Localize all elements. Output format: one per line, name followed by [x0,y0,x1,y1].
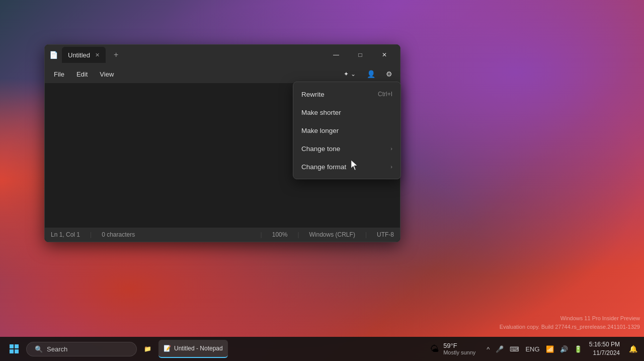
file-explorer-icon: 📁 [144,345,151,352]
windows-watermark: Windows 11 Pro Insider Preview Evaluatio… [496,312,644,334]
notepad-app-icon: 📄 [49,50,58,59]
ai-dropdown-menu: Rewrite Ctrl+I Make shorter Make longer … [293,82,401,179]
settings-gear-icon: ⚙ [386,70,392,78]
close-button[interactable]: ✕ [373,47,396,63]
change-format-label: Change format [301,163,346,171]
zoom-level[interactable]: 100% [272,231,288,238]
maximize-button[interactable]: □ [349,47,372,63]
menu-items: File Edit View [49,68,119,80]
rewrite-label: Rewrite [301,91,325,98]
menu-right: ✦ ⌄ 👤 ⚙ [340,67,396,81]
weather-description: Mostly sunny [443,349,475,356]
weather-widget[interactable]: 🌤 59°F Mostly sunny [426,340,479,358]
person-icon-button[interactable]: 👤 [364,67,378,81]
dropdown-item-change-tone[interactable]: Change tone › [293,139,400,158]
tab-untitled[interactable]: Untitled ✕ [62,47,106,63]
file-menu[interactable]: File [49,68,69,80]
settings-button[interactable]: ⚙ [382,67,396,81]
rewrite-shortcut: Ctrl+I [378,91,392,98]
status-bar: Ln 1, Col 1 | 0 characters | 100% | Wind… [45,228,400,242]
notification-button[interactable]: 🔔 [626,342,640,356]
notepad-taskbar-label: Untitled - Notepad [174,345,223,352]
taskbar-right: 🌤 59°F Mostly sunny ^ 🎤 ⌨ ENG 📶 🔊 🔋 5:16… [426,340,640,358]
svg-rect-2 [10,349,14,353]
watermark-line2: Evaluation copy. Build 27744.rs_prerelea… [500,323,640,332]
notepad-taskbar-icon: 📝 [164,345,171,352]
search-box[interactable]: 🔍 Search [26,342,137,356]
language-indicator[interactable]: ENG [524,344,540,354]
dropdown-item-make-shorter[interactable]: Make shorter [293,103,400,121]
taskbar-app-notepad[interactable]: 📝 Untitled - Notepad [158,340,228,358]
line-ending[interactable]: Windows (CRLF) [309,231,355,238]
weather-temperature: 59°F [443,342,475,350]
taskbar: 🔍 Search 📁 📝 Untitled - Notepad 🌤 59°F M… [0,337,644,361]
system-tray: ^ 🎤 ⌨ ENG 📶 🔊 🔋 [486,344,583,354]
svg-rect-0 [10,344,14,348]
notification-icon: 🔔 [629,345,637,353]
cursor-position: Ln 1, Col 1 [51,231,80,238]
datetime[interactable]: 5:16:50 PM 11/7/2024 [589,340,620,357]
chevron-up-icon[interactable]: ^ [486,344,491,354]
change-format-chevron-icon: › [390,164,392,170]
weather-icon: 🌤 [430,344,439,354]
start-button[interactable] [4,339,24,359]
keyboard-icon[interactable]: ⌨ [509,344,520,354]
change-tone-chevron-icon: › [390,146,392,152]
dropdown-item-make-longer[interactable]: Make longer [293,121,400,139]
battery-icon[interactable]: 🔋 [573,344,583,354]
weather-text: 59°F Mostly sunny [443,342,475,356]
current-time: 5:16:50 PM [589,340,620,349]
char-count: 0 characters [102,231,135,238]
window-controls: — □ ✕ [325,47,396,63]
title-bar-left: 📄 Untitled ✕ + [49,47,325,63]
encoding[interactable]: UTF-8 [377,231,394,238]
watermark-line1: Windows 11 Pro Insider Preview [500,314,640,323]
tab-close-button[interactable]: ✕ [95,52,100,58]
dropdown-item-rewrite[interactable]: Rewrite Ctrl+I [293,85,400,103]
volume-icon[interactable]: 🔊 [559,344,569,354]
ai-rewrite-button[interactable]: ✦ ⌄ [340,68,360,80]
wifi-icon[interactable]: 📶 [545,344,555,354]
ai-icon: ✦ [344,70,349,78]
view-menu[interactable]: View [95,68,119,80]
taskbar-app-file-explorer[interactable]: 📁 [139,340,156,358]
ai-chevron: ⌄ [351,70,356,78]
search-icon: 🔍 [35,345,43,353]
add-tab-button[interactable]: + [110,48,122,61]
search-placeholder: Search [47,345,67,353]
svg-rect-3 [15,349,19,353]
make-longer-label: Make longer [301,127,339,134]
change-tone-label: Change tone [301,145,340,153]
tab-label: Untitled [68,51,90,59]
menu-bar: File Edit View ✦ ⌄ 👤 ⚙ [45,65,400,83]
edit-menu[interactable]: Edit [71,68,93,80]
title-bar: 📄 Untitled ✕ + — □ ✕ [45,45,400,65]
current-date: 11/7/2024 [593,349,620,357]
minimize-button[interactable]: — [325,47,348,63]
svg-rect-1 [15,344,19,348]
make-shorter-label: Make shorter [301,109,341,116]
person-icon: 👤 [367,70,375,78]
dropdown-item-change-format[interactable]: Change format › [293,158,400,176]
microphone-icon[interactable]: 🎤 [495,344,505,354]
